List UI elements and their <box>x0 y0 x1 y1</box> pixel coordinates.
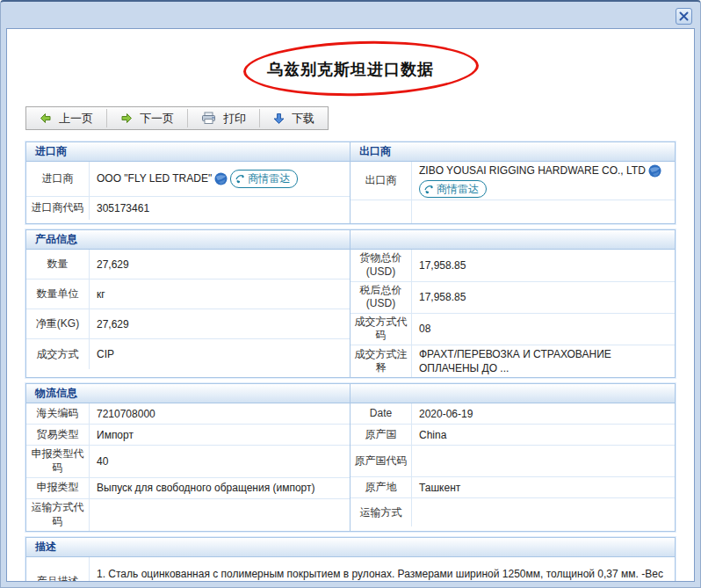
quantity-unit-label: 数量单位 <box>26 279 90 309</box>
date-label: Date <box>350 403 412 424</box>
next-page-button[interactable]: 下一页 <box>107 107 187 129</box>
declaration-type-code-label: 申报类型代码 <box>26 446 90 476</box>
total-value-label: 货物总价 (USD) <box>350 250 412 280</box>
prev-page-button[interactable]: 上一页 <box>26 107 106 129</box>
table-row: 原产地 Ташкент <box>350 477 675 498</box>
printer-icon <box>201 112 216 125</box>
print-label: 打印 <box>223 111 246 127</box>
section-description: 描述 产品描述 1. Сталь оцинкованная с полимерн… <box>25 537 676 583</box>
table-row: Date 2020-06-19 <box>350 403 675 425</box>
exporter-name-value: ZIBO YOUSAI RIGGING HARDWARE CO., LTD <box>412 162 675 200</box>
transport-mode-value <box>412 498 675 526</box>
after-tax-value-label: 税后总价 (USD) <box>350 282 412 313</box>
table-row: 海关编码 7210708000 <box>26 403 350 425</box>
blue-arrow-down-icon <box>273 113 285 125</box>
table-row: 数量 27,629 <box>26 250 350 279</box>
section-product-info: 产品信息 数量 27,629 数量单位 кг 净重(KG) <box>25 229 676 378</box>
description-section-header: 描述 <box>26 538 675 557</box>
data-sections: 进口商 进口商 OOO "FLY LED TRADE" <box>25 142 676 582</box>
product-right-block: 货物总价 (USD) 17,958.85 税后总价 (USD) 17,958.8… <box>350 230 675 377</box>
transport-mode-label: 运输方式 <box>350 498 412 526</box>
satellite-dish-icon <box>235 174 245 184</box>
globe-icon[interactable] <box>648 164 661 178</box>
declaration-type-code-value: 40 <box>90 446 350 476</box>
product-section-header: 产品信息 <box>26 230 350 250</box>
table-row: 税后总价 (USD) 17,958.85 <box>350 282 675 314</box>
page-title: 乌兹别克斯坦进口数据 <box>7 59 694 80</box>
importer-name-label: 进口商 <box>26 162 90 196</box>
declaration-type-value: Выпуск для свободного обращения (импорт) <box>90 478 350 498</box>
satellite-dish-icon <box>424 185 434 194</box>
quantity-value: 27,629 <box>90 250 350 279</box>
table-row: 原产国代码 <box>350 446 675 477</box>
dialog-content: 乌兹别克斯坦进口数据 上一页 下一页 <box>6 28 695 582</box>
incoterm-note-value: ФРАХТ/ПЕРЕВОЗКА И СТРАХОВАНИЕ ОПЛАЧЕНЫ Д… <box>412 345 675 377</box>
exporter-section-header: 出口商 <box>350 142 675 162</box>
importer-code-label: 进口商代码 <box>26 197 90 220</box>
exporter-empty-label <box>350 200 412 223</box>
incoterm-value: CIP <box>90 339 350 369</box>
table-row: 运输方式代码 <box>26 499 350 531</box>
importer-name-text: OOO "FLY LED TRADE" <box>97 171 212 185</box>
table-row: 产品描述 1. Сталь оцинкованная с полимерным … <box>26 557 675 583</box>
radar-badge-label: 商情雷达 <box>437 182 479 196</box>
table-row: 申报类型 Выпуск для свободного обращения (им… <box>26 478 350 499</box>
radar-badge[interactable]: 商情雷达 <box>230 170 298 187</box>
pager-toolbar: 上一页 下一页 <box>25 106 329 130</box>
incoterm-note-label: 成交方式注释 <box>350 345 412 377</box>
origin-country-value: China <box>412 425 675 445</box>
origin-country-code-value <box>412 446 675 476</box>
table-row: 成交方式 CIP <box>26 339 350 369</box>
table-row: 成交方式代码 08 <box>350 314 675 345</box>
print-button[interactable]: 打印 <box>188 107 259 129</box>
trade-type-value: Импорт <box>90 425 350 445</box>
importer-block: 进口商 进口商 OOO "FLY LED TRADE" <box>26 142 350 223</box>
trade-type-label: 贸易类型 <box>26 425 90 445</box>
quantity-unit-value: кг <box>90 279 350 309</box>
green-arrow-left-icon <box>40 113 52 124</box>
transport-mode-code-label: 运输方式代码 <box>26 499 90 531</box>
declaration-type-label: 申报类型 <box>26 478 90 498</box>
table-row: 数量单位 кг <box>26 279 350 309</box>
table-row: 进口商代码 305173461 <box>26 197 350 220</box>
table-row: 运输方式 <box>350 498 675 526</box>
date-value: 2020-06-19 <box>412 403 675 424</box>
radar-badge-label: 商情雷达 <box>248 171 290 185</box>
importer-section-header: 进口商 <box>26 142 350 162</box>
close-button[interactable] <box>676 8 692 25</box>
table-row: 净重(KG) 27,629 <box>26 309 350 339</box>
table-row: 货物总价 (USD) 17,958.85 <box>350 250 675 281</box>
logistics-left-block: 物流信息 海关编码 7210708000 贸易类型 Импорт 申报类型代码 <box>26 384 350 530</box>
next-page-label: 下一页 <box>140 111 174 127</box>
table-row <box>350 200 675 223</box>
logistics-section-header-spacer <box>350 384 675 403</box>
hs-code-value: 7210708000 <box>90 403 350 424</box>
origin-country-label: 原产国 <box>350 425 412 445</box>
logistics-right-block: Date 2020-06-19 原产国 China 原产国代码 <box>350 384 675 530</box>
table-row: 成交方式注释 ФРАХТ/ПЕРЕВОЗКА И СТРАХОВАНИЕ ОПЛ… <box>350 345 675 377</box>
download-label: 下载 <box>292 111 314 127</box>
screen: 乌兹别克斯坦进口数据 上一页 下一页 <box>0 0 701 588</box>
prev-page-label: 上一页 <box>59 111 93 127</box>
green-arrow-right-icon <box>120 113 133 124</box>
exporter-name-text: ZIBO YOUSAI RIGGING HARDWARE CO., LTD <box>419 163 646 178</box>
hs-code-label: 海关编码 <box>26 403 90 424</box>
globe-icon[interactable] <box>214 172 228 185</box>
quantity-label: 数量 <box>26 250 90 279</box>
download-button[interactable]: 下载 <box>260 107 328 129</box>
transport-mode-code-value <box>90 499 350 531</box>
importer-name-value: OOO "FLY LED TRADE" <box>90 162 350 196</box>
table-row: 出口商 ZIBO YOUSAI RIGGING HARDWARE CO., LT… <box>350 162 675 200</box>
exporter-empty-value <box>412 200 675 223</box>
origin-country-code-label: 原产国代码 <box>350 446 412 476</box>
section-parties: 进口商 进口商 OOO "FLY LED TRADE" <box>25 142 676 224</box>
radar-badge[interactable]: 商情雷达 <box>419 180 487 198</box>
incoterm-code-label: 成交方式代码 <box>350 314 412 345</box>
incoterm-code-value: 08 <box>412 314 675 345</box>
total-value-value: 17,958.85 <box>412 250 675 280</box>
origin-place-value: Ташкент <box>412 477 675 497</box>
origin-place-label: 原产地 <box>350 477 412 497</box>
exporter-block: 出口商 出口商 ZIBO YOUSAI RIGGING HARDWARE CO.… <box>350 142 675 223</box>
exporter-name-label: 出口商 <box>350 162 412 200</box>
table-row: 贸易类型 Импорт <box>26 425 350 446</box>
